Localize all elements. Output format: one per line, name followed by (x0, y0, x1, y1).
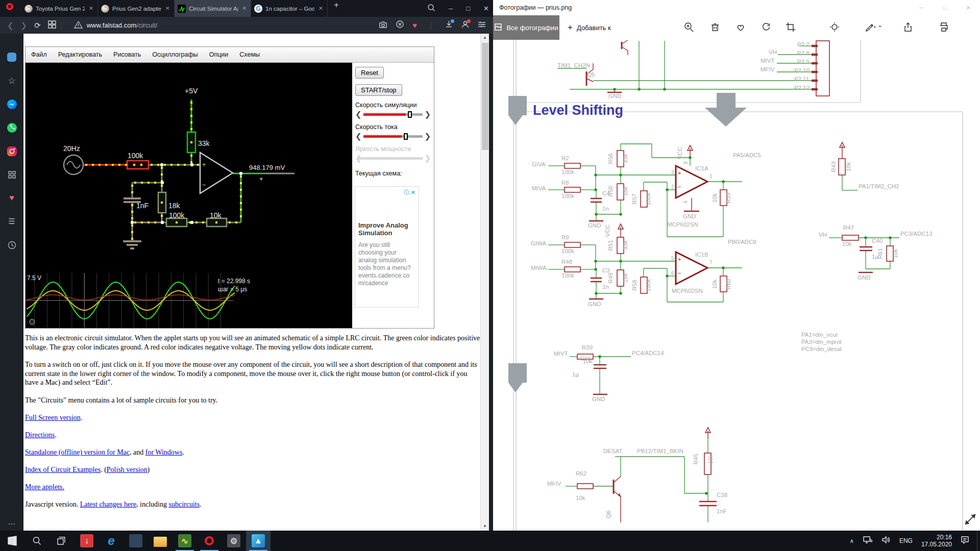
new-tab-button[interactable]: + (328, 0, 345, 17)
page-scrollbar[interactable]: ▲ ▼ (480, 34, 489, 531)
menu-1[interactable]: Файл (26, 51, 53, 58)
sidebar-item-favorites-heart[interactable]: ♥ (0, 188, 23, 208)
speed-dial-icon[interactable] (48, 20, 56, 30)
tab-1[interactable]: Toyota Prius Gen 2 Inve✕ (21, 0, 98, 17)
sidebar-item-instagram[interactable] (0, 141, 23, 161)
sidebar-item-workspace[interactable] (0, 47, 23, 67)
minimize-button[interactable]: ─ (449, 5, 453, 12)
start-stop-button[interactable]: START/stop (355, 84, 402, 96)
language-indicator[interactable]: ENG (899, 537, 913, 544)
bookmark-heart-icon[interactable]: ♥ (412, 21, 417, 30)
slider-thumb[interactable] (408, 111, 412, 118)
reset-button[interactable]: Reset (355, 67, 384, 79)
zoom-icon[interactable] (683, 21, 695, 34)
slider-3[interactable]: ❮❯ (355, 154, 431, 163)
taskbar-search-icon[interactable] (24, 531, 48, 551)
link[interactable]: Full Screen version (25, 414, 81, 421)
sidebar-more-icon[interactable]: ⋯ (0, 519, 23, 529)
share-icon[interactable] (902, 21, 915, 34)
link[interactable]: Directions (25, 431, 55, 439)
ad-close-icon[interactable]: ✕ (411, 189, 415, 195)
taskbar-app-utility-app[interactable]: ⚙ (222, 531, 246, 551)
link[interactable]: subcircuits (168, 500, 200, 508)
scroll-down-icon[interactable]: ▼ (481, 522, 489, 531)
show-desktop-button[interactable] (977, 531, 980, 551)
taskbar-app-media-app[interactable] (124, 531, 148, 551)
photos-maximize-button[interactable]: □ (933, 0, 957, 15)
slider-1[interactable]: ❮❯ (355, 110, 431, 119)
downloads-icon[interactable] (445, 20, 453, 30)
edit-create-icon[interactable]: ⌄ (865, 21, 877, 34)
slider-thumb[interactable] (404, 133, 408, 140)
taskbar-clock[interactable]: 20:16 17.05.2020 (921, 534, 952, 548)
address-bar[interactable]: www.falstad.com/circuit/ (87, 21, 158, 29)
taskbar-app-circuit-app[interactable]: ∿ (173, 531, 197, 551)
sidebar-item-messenger[interactable] (0, 94, 23, 114)
taskbar-app-opera[interactable] (197, 531, 222, 551)
site-warning-icon[interactable] (74, 21, 83, 30)
photos-close-button[interactable]: ✕ (957, 0, 980, 15)
crop-icon[interactable] (785, 21, 797, 34)
start-button[interactable] (0, 531, 24, 551)
action-center-icon[interactable] (961, 536, 969, 546)
opera-logo-icon[interactable] (6, 3, 13, 10)
schematic-label: GND (592, 396, 605, 402)
tray-expand-icon[interactable]: ∧ (850, 538, 854, 544)
taskbar-app-edge[interactable]: e (99, 531, 124, 551)
menu-6[interactable]: Схемы (234, 51, 265, 58)
circuit-canvas[interactable]: ⚙+5V33k20Hz100k948.179 mV+1nF18k100k10k+… (26, 63, 352, 328)
ad-box[interactable]: ⓘ ✕ Improve Analog Simulation Are you st… (355, 186, 419, 308)
link[interactable]: Index of Circuit Examples (25, 466, 101, 473)
back-icon[interactable]: ❮ (7, 21, 14, 30)
link[interactable]: Standalone (offline) version for Mac (25, 448, 130, 456)
ad-info-icon[interactable]: ⓘ (404, 189, 409, 195)
scroll-thumb[interactable] (482, 43, 488, 150)
sidebar-item-whatsapp[interactable] (0, 117, 23, 138)
search-icon[interactable] (427, 4, 435, 14)
print-icon[interactable] (938, 21, 950, 34)
tab-4[interactable]: G1n capacitor – Google✕ (251, 0, 328, 17)
menu-5[interactable]: Опции (204, 51, 234, 58)
sidebar-item-reading-list[interactable]: ☰ (0, 211, 23, 232)
more-icon[interactable] (964, 21, 976, 34)
snapshot-camera-icon[interactable] (379, 21, 387, 30)
forward-icon[interactable]: ❯ (21, 21, 28, 30)
tab-close-icon[interactable]: ✕ (164, 5, 171, 12)
network-icon[interactable] (863, 536, 872, 546)
sidebar-item-bookmarks-star[interactable]: ☆ (0, 70, 23, 91)
link[interactable]: More applets. (25, 483, 64, 491)
enhance-icon[interactable] (829, 21, 841, 34)
taskbar-app-download-manager[interactable]: ↓ (75, 531, 99, 551)
link[interactable]: Polish version (107, 466, 148, 473)
delete-icon[interactable] (709, 21, 722, 34)
scope-settings-gear-icon[interactable]: ⚙ (28, 317, 36, 327)
reload-icon[interactable]: ⟳ (34, 21, 41, 30)
tab-close-icon[interactable]: ✕ (88, 5, 94, 12)
tab-close-icon[interactable]: ✕ (317, 5, 324, 12)
profile-icon[interactable] (461, 20, 469, 30)
link[interactable]: for Windows (145, 448, 183, 456)
link[interactable]: Latest changes here (80, 500, 136, 508)
settings-tune-icon[interactable] (478, 21, 486, 30)
volume-icon[interactable] (881, 536, 890, 546)
menu-4[interactable]: Осциллографы (146, 51, 204, 58)
photos-minimize-button[interactable]: ─ (910, 0, 933, 15)
scroll-up-icon[interactable]: ▲ (481, 34, 489, 42)
sidebar-item-speed-dial-grid[interactable] (0, 164, 23, 185)
close-button[interactable]: ✕ (483, 5, 489, 12)
favorite-icon[interactable] (735, 21, 747, 34)
tab-3[interactable]: Circuit Simulator Apple✕ (175, 0, 251, 17)
task-view-icon[interactable] (49, 531, 73, 551)
taskbar-app-photos[interactable]: ▲ (246, 531, 271, 551)
menu-3[interactable]: Рисовать (108, 51, 146, 58)
slider-2[interactable]: ❮❯ (355, 132, 431, 141)
tab-close-icon[interactable]: ✕ (241, 5, 248, 12)
maximize-button[interactable]: □ (466, 5, 470, 12)
schematic-image[interactable]: TIM1_CH2NQ5VHMIVTMFIVP2.7P2.8P2.9P2.10P2… (493, 40, 980, 531)
tab-2[interactable]: Prius Gen2 adapter bo✕ (98, 0, 175, 17)
taskbar-app-file-explorer[interactable] (148, 531, 173, 551)
adblock-icon[interactable] (396, 20, 404, 30)
sidebar-item-history-clock[interactable] (0, 235, 23, 255)
rotate-icon[interactable] (761, 21, 773, 34)
menu-2[interactable]: Редактировать (53, 51, 108, 58)
